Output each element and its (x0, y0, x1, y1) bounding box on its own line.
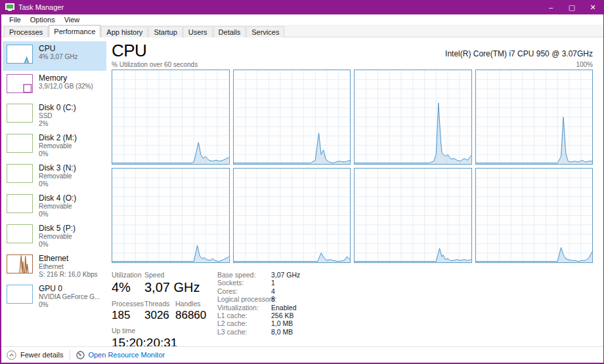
detail-row: Virtualization:Enabled (217, 304, 300, 312)
app-icon (5, 3, 14, 11)
cpu-details-list: Base speed:3,07 GHzSockets:1Cores:4Logic… (217, 271, 300, 350)
detail-row: L2 cache:1,0 MB (217, 319, 300, 327)
detail-value: 1 (271, 279, 275, 287)
sidebar-item-disk2[interactable]: Disk 2 (M:)Removable0% (3, 131, 106, 161)
disk-thumbnail-graph (7, 194, 33, 213)
processes-label: Processes (112, 300, 144, 308)
cpu-graph-logical-processor-7[interactable] (354, 168, 472, 263)
sidebar-item-subtext: Ethernet (39, 263, 98, 271)
window-title: Task Manager (18, 3, 540, 11)
cpu-stats: Utilization Speed 4% 3,07 GHz Processes … (112, 271, 593, 350)
tab-details[interactable]: Details (213, 26, 246, 37)
detail-label: L3 cache: (217, 328, 271, 336)
sidebar-item-disk0[interactable]: Disk 0 (C:)SSD2% (3, 100, 106, 131)
sidebar-item-gpu0[interactable]: GPU 0NVIDIA GeForce G...0% (3, 281, 106, 312)
cpu-graph-logical-processor-2[interactable] (233, 70, 351, 165)
sidebar-item-disk4[interactable]: Disk 4 (O:)Removable0% (3, 191, 106, 221)
detail-row: Sockets:1 (217, 279, 300, 287)
utilization-label: Utilization (112, 271, 144, 279)
detail-value: 3,07 GHz (271, 271, 300, 279)
sidebar-item-subtext: 2% (39, 120, 76, 128)
detail-value: 256 KB (271, 312, 293, 319)
sidebar-item-cpu[interactable]: CPU4% 3,07 GHz (3, 41, 106, 71)
sidebar-item-disk5[interactable]: Disk 5 (P:)Removable0% (3, 221, 106, 251)
tab-services[interactable]: Services (246, 26, 284, 37)
sidebar-item-title: Disk 4 (O:) (39, 193, 76, 203)
sidebar-item-subtext: Removable (39, 203, 76, 211)
menu-bar: File Options View (1, 14, 603, 26)
utilization-value: 4% (112, 279, 144, 295)
menu-options[interactable]: Options (26, 15, 60, 24)
sidebar-item-title: Disk 2 (M:) (39, 133, 77, 142)
sidebar-item-title: Ethernet (39, 254, 98, 263)
cpu-graph-logical-processor-8[interactable] (475, 168, 593, 263)
chevron-up-icon (7, 350, 16, 360)
menu-file[interactable]: File (5, 15, 26, 24)
sidebar-item-title: Disk 5 (P:) (39, 224, 76, 233)
maximize-button[interactable]: ▢ (561, 0, 582, 14)
minimize-button[interactable]: – (540, 0, 561, 14)
detail-label: Base speed: (217, 271, 271, 279)
tab-users[interactable]: Users (183, 26, 213, 37)
sidebar-item-subtext: NVIDIA GeForce G... (39, 293, 100, 301)
detail-label: Sockets: (217, 279, 271, 287)
memory-thumbnail-graph (7, 74, 33, 93)
sidebar-item-disk3[interactable]: Disk 3 (N:)Removable0% (3, 161, 106, 191)
sidebar-item-subtext: 0% (39, 180, 76, 188)
cpu-panel: CPU Intel(R) Core(TM) i7 CPU 950 @ 3.07G… (106, 37, 603, 346)
cpu-graph-logical-processor-3[interactable] (354, 70, 472, 165)
cpu-graph-logical-processor-6[interactable] (233, 168, 351, 263)
tab-startup[interactable]: Startup (148, 26, 182, 37)
detail-row: L1 cache:256 KB (217, 312, 300, 319)
detail-row: L3 cache:8,0 MB (217, 328, 300, 336)
detail-label: L2 cache: (217, 319, 271, 327)
detail-value: 1,0 MB (271, 319, 293, 327)
sidebar-item-ethernet[interactable]: EthernetEthernetS: 216 R: 16,0 Kbps (3, 251, 106, 281)
cpu-graph-logical-processor-4[interactable] (475, 70, 593, 165)
tab-strip: ProcessesPerformanceApp historyStartupUs… (1, 26, 603, 37)
ethernet-thumbnail-graph (7, 254, 33, 273)
detail-value: Enabled (271, 304, 297, 312)
sidebar-item-subtext: Removable (39, 172, 76, 180)
open-resource-monitor-label: Open Resource Monitor (88, 351, 165, 359)
sidebar-item-memory[interactable]: Memory3,9/12,0 GB (32%) (3, 71, 106, 100)
title-bar: Task Manager – ▢ ✕ (1, 0, 603, 14)
threads-value: 3026 (144, 308, 175, 323)
close-button[interactable]: ✕ (582, 0, 603, 14)
tab-app-history[interactable]: App history (101, 26, 148, 37)
sidebar-item-subtext: 4% 3,07 GHz (39, 53, 77, 61)
detail-value: 4 (271, 287, 275, 295)
sidebar-item-subtext: 0% (39, 301, 100, 309)
cpu-graph-logical-processor-5[interactable] (112, 168, 230, 263)
page-title: CPU (112, 41, 146, 60)
detail-row: Base speed:3,07 GHz (217, 271, 300, 279)
menu-view[interactable]: View (60, 15, 85, 24)
gpu-thumbnail-graph (7, 285, 33, 304)
detail-value: 8 (271, 295, 275, 303)
detail-label: Cores: (217, 287, 271, 295)
detail-row: Cores:4 (217, 287, 300, 295)
fewer-details-button[interactable]: Fewer details (7, 350, 63, 360)
open-resource-monitor-link[interactable]: Open Resource Monitor (76, 351, 165, 359)
detail-label: Virtualization: (217, 304, 271, 312)
cpu-core-graphs (112, 70, 593, 263)
detail-label: L1 cache: (217, 312, 271, 319)
sidebar-item-subtext: Removable (39, 233, 76, 241)
sidebar-item-subtext: 0% (39, 241, 76, 249)
cpu-thumbnail-graph (7, 45, 33, 64)
sidebar-item-title: Memory (39, 73, 93, 83)
speed-label: Speed (144, 271, 164, 279)
cpu-graph-logical-processor-1[interactable] (112, 70, 230, 165)
tab-performance[interactable]: Performance (49, 25, 100, 37)
sidebar-item-subtext: 0% (39, 211, 76, 218)
detail-label: Logical processors: (217, 295, 271, 303)
sidebar-item-title: CPU (39, 44, 77, 53)
disk-thumbnail-graph (7, 134, 33, 153)
footer-divider (70, 350, 70, 359)
handles-value: 86860 (175, 308, 206, 323)
tab-processes[interactable]: Processes (4, 26, 48, 37)
graph-max-label: 100% (576, 61, 593, 68)
detail-row: Logical processors:8 (217, 295, 300, 303)
sidebar-item-subtext: S: 216 R: 16,0 Kbps (39, 271, 98, 279)
disk-thumbnail-graph (7, 104, 33, 123)
